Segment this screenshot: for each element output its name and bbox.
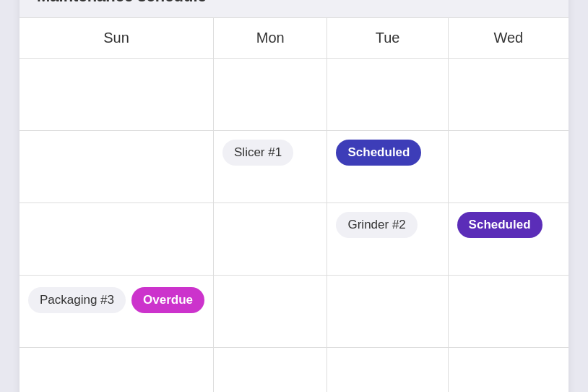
cell-r1-sun	[20, 58, 214, 130]
scheduled-badge-slicer: Scheduled	[336, 140, 421, 166]
cell-r1-mon	[214, 58, 327, 130]
packaging-task-row: Packaging #3 Overdue	[28, 284, 204, 313]
slicer-badge-row: Scheduled	[336, 140, 438, 166]
grinder-pill: Grinder #2	[336, 212, 417, 238]
cell-r5-wed	[448, 347, 568, 392]
table-row: Grinder #2 Scheduled	[20, 203, 568, 275]
overdue-badge: Overdue	[131, 287, 204, 313]
table-row	[20, 347, 568, 392]
col-header-tue: Tue	[327, 18, 448, 59]
cell-r3-mon	[214, 203, 327, 275]
maintenance-schedule-card: Maintenance schedule Sun Mon Tue Wed	[20, 0, 568, 392]
cell-r5-sun	[20, 347, 214, 392]
grinder-task-row: Grinder #2	[336, 212, 438, 238]
cell-r2-wed	[448, 130, 568, 203]
cell-r2-sun	[20, 130, 214, 203]
cell-r3-sun	[20, 203, 214, 275]
cell-r2-tue: Scheduled	[327, 130, 448, 203]
header-row: Sun Mon Tue Wed	[20, 18, 568, 59]
slicer-task-row: Slicer #1	[222, 140, 318, 166]
packaging-pill: Packaging #3	[28, 287, 126, 313]
col-header-wed: Wed	[448, 18, 568, 59]
table-row: Slicer #1 Scheduled	[20, 130, 568, 203]
cell-r4-mon	[214, 275, 327, 347]
cell-r5-mon	[214, 347, 327, 392]
schedule-table: Sun Mon Tue Wed Slicer #1	[20, 18, 568, 392]
cell-r4-wed	[448, 275, 568, 347]
scheduled-badge-grinder: Scheduled	[457, 212, 542, 238]
cell-r3-wed: Scheduled	[448, 203, 568, 275]
col-header-sun: Sun	[20, 18, 214, 59]
cell-r5-tue	[327, 347, 448, 392]
cell-r4-sun: Packaging #3 Overdue	[20, 275, 214, 347]
cell-r4-tue	[327, 275, 448, 347]
grinder-badge-row: Scheduled	[457, 212, 560, 238]
cell-r2-mon: Slicer #1	[214, 130, 327, 203]
table-row: Packaging #3 Overdue	[20, 275, 568, 347]
cell-r1-wed	[448, 58, 568, 130]
cell-r3-tue: Grinder #2	[327, 203, 448, 275]
cell-r1-tue	[327, 58, 448, 130]
card-header: Maintenance schedule	[20, 0, 568, 18]
slicer-pill: Slicer #1	[222, 140, 293, 166]
card-title: Maintenance schedule	[37, 0, 551, 6]
col-header-mon: Mon	[214, 18, 327, 59]
table-row	[20, 58, 568, 130]
